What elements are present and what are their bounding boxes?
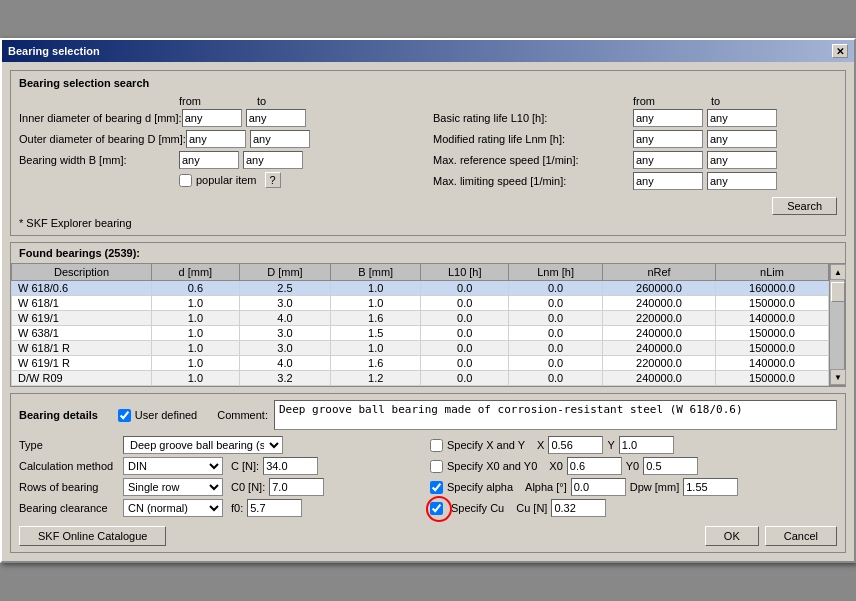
specify-alpha-row: Specify alpha Alpha [°] Dpw [mm] <box>430 478 837 496</box>
table-row[interactable]: W 619/1 R1.04.01.60.00.0220000.0140000.0 <box>12 356 829 371</box>
search-section: Bearing selection search from to Inner d… <box>10 70 846 236</box>
table-cell: 1.5 <box>331 326 421 341</box>
table-cell: 1.2 <box>331 371 421 386</box>
table-cell: 4.0 <box>239 311 330 326</box>
close-button[interactable]: ✕ <box>832 44 848 58</box>
scroll-down-button[interactable]: ▼ <box>830 369 846 385</box>
alpha-input[interactable] <box>571 478 626 496</box>
y-input[interactable] <box>619 436 674 454</box>
table-row[interactable]: W 638/11.03.01.50.00.0240000.0150000.0 <box>12 326 829 341</box>
table-row[interactable]: W 618/0.60.62.51.00.00.0260000.0160000.0 <box>12 281 829 296</box>
outer-diameter-to[interactable] <box>250 130 310 148</box>
bearing-selection-window: Bearing selection ✕ Bearing selection se… <box>0 38 856 563</box>
details-right: Specify X and Y X Y Specify X0 and Y0 X0… <box>430 436 837 520</box>
table-row[interactable]: W 618/11.03.01.00.00.0240000.0150000.0 <box>12 296 829 311</box>
outer-diameter-label: Outer diameter of bearing D [mm]: <box>19 133 186 145</box>
bearing-width-to[interactable] <box>243 151 303 169</box>
cu-input[interactable] <box>551 499 606 517</box>
x-input[interactable] <box>548 436 603 454</box>
specify-alpha-checkbox[interactable] <box>430 481 443 494</box>
search-button[interactable]: Search <box>772 197 837 215</box>
bearings-table: Description d [mm] D [mm] B [mm] L10 [h]… <box>11 263 829 386</box>
f0-label: f0: <box>231 502 243 514</box>
bearing-width-label: Bearing width B [mm]: <box>19 154 179 166</box>
user-defined-label: User defined <box>135 409 197 421</box>
ref-speed-to[interactable] <box>707 151 777 169</box>
specify-cu-checkbox[interactable] <box>430 502 443 515</box>
y0-label: Y0 <box>626 460 639 472</box>
dpw-input[interactable] <box>683 478 738 496</box>
inner-diameter-to[interactable] <box>246 109 306 127</box>
specify-x0y0-checkbox[interactable] <box>430 460 443 473</box>
limiting-speed-row: Max. limiting speed [1/min]: <box>433 172 837 190</box>
details-body: Type Deep groove ball bearing (single ro… <box>19 436 837 520</box>
col-d: d [mm] <box>152 264 240 281</box>
table-row[interactable]: W 619/11.04.01.60.00.0220000.0140000.0 <box>12 311 829 326</box>
specify-xy-checkbox[interactable] <box>430 439 443 452</box>
skf-catalogue-button[interactable]: SKF Online Catalogue <box>19 526 166 546</box>
f0-input[interactable] <box>247 499 302 517</box>
type-select[interactable]: Deep groove ball bearing (single row) <box>123 436 283 454</box>
col-D: D [mm] <box>239 264 330 281</box>
popular-item-checkbox[interactable] <box>179 174 192 187</box>
table-cell: 240000.0 <box>603 326 716 341</box>
table-cell: 0.0 <box>509 296 603 311</box>
to-label-left: to <box>257 95 266 107</box>
calc-method-label: Calculation method <box>19 460 119 472</box>
y-label: Y <box>607 439 614 451</box>
rows-select[interactable]: Single row <box>123 478 223 496</box>
modified-rating-from[interactable] <box>633 130 703 148</box>
c-input[interactable] <box>263 457 318 475</box>
table-cell: 0.0 <box>509 326 603 341</box>
basic-rating-from[interactable] <box>633 109 703 127</box>
calc-method-select[interactable]: DIN <box>123 457 223 475</box>
ok-button[interactable]: OK <box>705 526 759 546</box>
comment-area: Comment: <box>217 400 837 430</box>
bearing-width-from[interactable] <box>179 151 239 169</box>
limiting-speed-to[interactable] <box>707 172 777 190</box>
c0-label: C0 [N]: <box>231 481 265 493</box>
table-cell: 1.0 <box>331 281 421 296</box>
inner-diameter-from[interactable] <box>182 109 242 127</box>
found-bearings-section: Found bearings (2539): Description d [mm… <box>10 242 846 387</box>
table-cell: 0.0 <box>509 281 603 296</box>
table-cell: 2.5 <box>239 281 330 296</box>
table-row[interactable]: D/W R091.03.21.20.00.0240000.0150000.0 <box>12 371 829 386</box>
table-cell: W 618/0.6 <box>12 281 152 296</box>
table-cell: 0.0 <box>509 311 603 326</box>
limiting-speed-label: Max. limiting speed [1/min]: <box>433 175 633 187</box>
table-scrollbar[interactable]: ▲ ▼ <box>829 263 845 386</box>
scroll-thumb[interactable] <box>831 282 845 302</box>
table-cell: 1.0 <box>152 371 240 386</box>
specify-xy-label: Specify X and Y <box>447 439 525 451</box>
ref-speed-label: Max. reference speed [1/min]: <box>433 154 633 166</box>
type-label: Type <box>19 439 119 451</box>
comment-field[interactable] <box>274 400 837 430</box>
y0-input[interactable] <box>643 457 698 475</box>
c0-input[interactable] <box>269 478 324 496</box>
clearance-label: Bearing clearance <box>19 502 119 514</box>
table-cell: 150000.0 <box>716 371 829 386</box>
user-defined-checkbox[interactable] <box>118 409 131 422</box>
scroll-up-button[interactable]: ▲ <box>830 264 846 280</box>
help-button[interactable]: ? <box>265 172 281 188</box>
modified-rating-to[interactable] <box>707 130 777 148</box>
table-cell: 1.6 <box>331 356 421 371</box>
table-cell: 0.0 <box>421 371 509 386</box>
from-label-right: from <box>633 95 655 107</box>
table-cell: 3.2 <box>239 371 330 386</box>
table-cell: W 618/1 <box>12 296 152 311</box>
dpw-label: Dpw [mm] <box>630 481 680 493</box>
comment-label: Comment: <box>217 409 268 421</box>
outer-diameter-from[interactable] <box>186 130 246 148</box>
limiting-speed-from[interactable] <box>633 172 703 190</box>
scroll-track[interactable] <box>830 280 844 369</box>
modified-rating-row: Modified rating life Lnm [h]: <box>433 130 837 148</box>
ref-speed-from[interactable] <box>633 151 703 169</box>
x0-input[interactable] <box>567 457 622 475</box>
clearance-select[interactable]: CN (normal) <box>123 499 223 517</box>
basic-rating-to[interactable] <box>707 109 777 127</box>
table-row[interactable]: W 618/1 R1.03.01.00.00.0240000.0150000.0 <box>12 341 829 356</box>
table-cell: 3.0 <box>239 296 330 311</box>
cancel-button[interactable]: Cancel <box>765 526 837 546</box>
